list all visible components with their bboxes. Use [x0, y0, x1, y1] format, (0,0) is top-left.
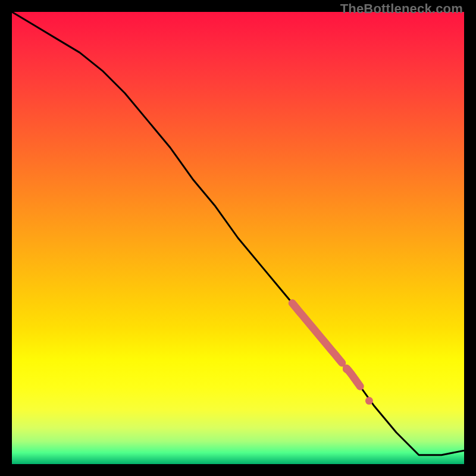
highlight-segments: [292, 303, 373, 405]
highlight-range: [292, 303, 342, 362]
bottleneck-curve: [12, 12, 464, 455]
watermark-text: TheBottleneck.com: [340, 1, 463, 17]
highlight-point: [365, 397, 373, 405]
curve-overlay: [12, 12, 464, 464]
highlight-point: [343, 365, 350, 373]
plot-area: [12, 12, 464, 464]
chart-stage: TheBottleneck.com: [0, 0, 476, 476]
